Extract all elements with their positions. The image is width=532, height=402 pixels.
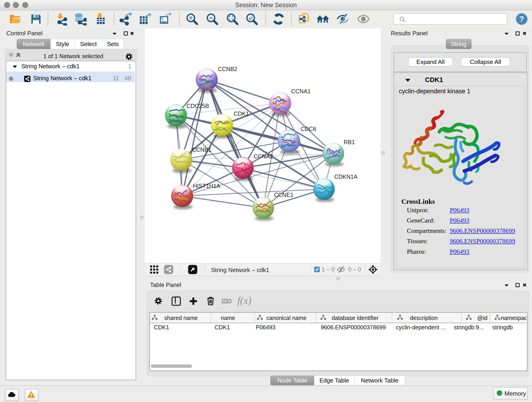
svg-text:RB1: RB1: [344, 139, 355, 145]
svg-text:CCNA2: CCNA2: [254, 153, 273, 160]
svg-text:CCNA1: CCNA1: [291, 88, 311, 95]
svg-text:CDC25B: CDC25B: [186, 103, 209, 109]
svg-text:CDKN1A: CDKN1A: [334, 173, 358, 180]
svg-text:HIST1H1A: HIST1H1A: [193, 183, 220, 189]
svg-text:CCNB1: CCNB1: [192, 147, 211, 153]
svg-text:CDK1: CDK1: [234, 110, 249, 117]
svg-text:CCNE1: CCNE1: [274, 191, 293, 198]
svg-text:CCNB2: CCNB2: [218, 66, 237, 72]
svg-text:?: ?: [519, 14, 524, 23]
svg-text:CDC6: CDC6: [301, 126, 316, 132]
